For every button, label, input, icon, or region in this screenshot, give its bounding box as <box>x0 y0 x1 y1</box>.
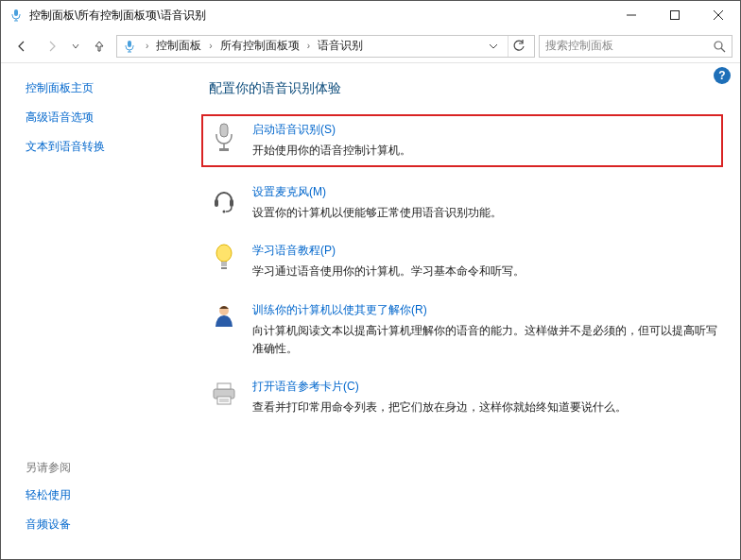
chevron-right-icon: › <box>307 41 310 51</box>
minimize-button[interactable] <box>610 1 653 29</box>
svg-rect-12 <box>220 124 228 137</box>
headset-icon <box>209 184 239 214</box>
address-dropdown[interactable] <box>483 36 504 57</box>
option-start-speech-desc: 开始使用你的语音控制计算机。 <box>252 142 714 160</box>
search-input[interactable]: 搜索控制面板 <box>539 35 732 58</box>
maximize-button[interactable] <box>653 1 697 29</box>
option-setup-mic-desc: 设置你的计算机以便能够正常使用语音识别功能。 <box>252 204 723 222</box>
content-area: ? 配置你的语音识别体验 启动语音识别(S) 开始使用你的语音控制计算机。 设置… <box>190 63 740 559</box>
breadcrumb-item[interactable]: 控制面板 <box>156 38 201 54</box>
svg-point-17 <box>223 211 226 213</box>
microphone-icon <box>209 122 239 152</box>
address-icon <box>123 39 138 54</box>
option-train-desc: 向计算机阅读文本以提高计算机理解你的语音的能力。这样做并不是必须的，但可以提高听… <box>252 322 723 358</box>
search-icon <box>713 40 726 53</box>
address-bar[interactable]: › 控制面板 › 所有控制面板项 › 语音识别 <box>116 35 535 58</box>
refresh-button[interactable] <box>508 36 528 57</box>
svg-rect-15 <box>215 199 218 207</box>
help-icon[interactable]: ? <box>714 67 731 84</box>
option-start-speech: 启动语音识别(S) 开始使用你的语音控制计算机。 <box>201 114 723 167</box>
option-setup-mic: 设置麦克风(M) 设置你的计算机以便能够正常使用语音识别功能。 <box>209 184 723 222</box>
option-reference: 打开语音参考卡片(C) 查看并打印常用命令列表，把它们放在身边，这样你就始终知道… <box>209 379 723 416</box>
option-reference-link[interactable]: 打开语音参考卡片(C) <box>252 379 359 395</box>
sidebar-home-link[interactable]: 控制面板主页 <box>26 80 179 96</box>
history-dropdown[interactable] <box>69 33 82 59</box>
chevron-right-icon: › <box>209 41 212 51</box>
page-heading: 配置你的语音识别体验 <box>209 80 723 97</box>
toolbar: › 控制面板 › 所有控制面板项 › 语音识别 搜索控制面板 <box>1 29 740 63</box>
see-also-section: 另请参阅 轻松使用 音频设备 <box>26 460 71 546</box>
svg-rect-20 <box>221 267 227 269</box>
svg-line-11 <box>721 48 725 52</box>
svg-point-18 <box>216 245 232 262</box>
svg-rect-16 <box>230 199 233 207</box>
sidebar-tts-link[interactable]: 文本到语音转换 <box>26 139 179 155</box>
svg-rect-0 <box>14 9 18 16</box>
see-also-ease-link[interactable]: 轻松使用 <box>26 487 71 503</box>
svg-rect-23 <box>217 383 231 389</box>
svg-rect-14 <box>219 148 229 151</box>
option-start-speech-link[interactable]: 启动语音识别(S) <box>252 122 336 138</box>
breadcrumb-item[interactable]: 语音识别 <box>318 38 363 54</box>
breadcrumb-item[interactable]: 所有控制面板项 <box>220 38 300 54</box>
sidebar: 控制面板主页 高级语音选项 文本到语音转换 另请参阅 轻松使用 音频设备 <box>1 63 190 559</box>
printer-icon <box>209 379 239 409</box>
close-button[interactable] <box>697 1 740 29</box>
window-title: 控制面板\所有控制面板项\语音识别 <box>29 8 610 24</box>
up-button[interactable] <box>86 33 112 59</box>
lightbulb-icon <box>209 243 239 273</box>
chevron-right-icon: › <box>146 41 148 51</box>
option-train-link[interactable]: 训练你的计算机以使其更了解你(R) <box>252 302 427 318</box>
option-tutorial-desc: 学习通过语音使用你的计算机。学习基本命令和听写。 <box>252 263 723 280</box>
svg-point-10 <box>715 42 722 49</box>
titlebar: 控制面板\所有控制面板项\语音识别 <box>1 1 740 29</box>
person-icon <box>209 302 239 332</box>
option-tutorial-link[interactable]: 学习语音教程(P) <box>252 243 336 259</box>
back-button[interactable] <box>9 33 35 59</box>
app-icon <box>9 8 24 23</box>
svg-rect-19 <box>221 262 227 266</box>
see-also-audio-link[interactable]: 音频设备 <box>26 517 71 533</box>
svg-rect-24 <box>217 397 231 404</box>
option-tutorial: 学习语音教程(P) 学习通过语音使用你的计算机。学习基本命令和听写。 <box>209 243 723 280</box>
svg-rect-7 <box>128 41 131 47</box>
forward-button[interactable] <box>39 33 65 59</box>
svg-rect-4 <box>671 11 680 20</box>
sidebar-advanced-link[interactable]: 高级语音选项 <box>26 110 179 126</box>
search-placeholder: 搜索控制面板 <box>545 38 613 54</box>
see-also-heading: 另请参阅 <box>26 460 71 476</box>
window-controls <box>610 1 740 29</box>
option-setup-mic-link[interactable]: 设置麦克风(M) <box>252 184 326 200</box>
option-reference-desc: 查看并打印常用命令列表，把它们放在身边，这样你就始终知道要说什么。 <box>252 399 723 416</box>
option-train: 训练你的计算机以使其更了解你(R) 向计算机阅读文本以提高计算机理解你的语音的能… <box>209 302 723 358</box>
main-area: 控制面板主页 高级语音选项 文本到语音转换 另请参阅 轻松使用 音频设备 ? 配… <box>1 63 740 559</box>
